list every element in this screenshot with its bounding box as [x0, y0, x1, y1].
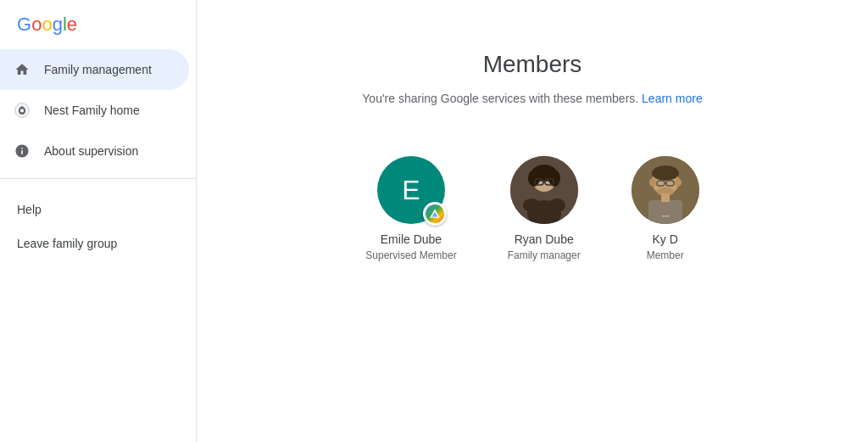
subtitle-text: You're sharing Google services with thes…	[362, 92, 638, 105]
nest-family-home-label: Nest Family home	[44, 104, 140, 117]
sidebar-divider	[0, 178, 196, 179]
logo-o2: o	[42, 14, 52, 36]
logo-g: G	[17, 14, 31, 36]
sidebar: Google Family management Nest Family hom…	[0, 0, 197, 442]
members-title: Members	[483, 51, 582, 78]
info-icon	[14, 143, 31, 159]
sidebar-bottom: Help Leave family group	[0, 186, 196, 267]
nest-icon	[14, 102, 31, 119]
leave-family-group-link[interactable]: Leave family group	[0, 227, 196, 260]
sidebar-item-nest-family-home[interactable]: Nest Family home	[0, 90, 189, 131]
svg-rect-25	[661, 193, 670, 202]
svg-rect-16	[648, 200, 682, 224]
ryan-name: Ryan Dube	[515, 232, 574, 246]
members-grid: E Emile Dube Supervised Member	[365, 156, 698, 261]
logo-g2: g	[53, 14, 63, 36]
emile-initials: E	[402, 175, 420, 206]
svg-point-19	[649, 178, 656, 187]
emile-nest-badge	[423, 202, 447, 226]
logo-e: e	[67, 14, 77, 36]
about-supervision-label: About supervision	[44, 144, 138, 158]
google-logo-container: Google	[0, 0, 196, 46]
ky-avatar-container: ●●●	[632, 156, 699, 224]
member-card-ryan: Ryan Dube Family manager	[508, 156, 581, 261]
svg-point-7	[528, 170, 540, 187]
svg-point-8	[548, 170, 560, 187]
ryan-avatar-container	[510, 156, 578, 224]
main-content: Members You're sharing Google services w…	[197, 0, 868, 442]
learn-more-link[interactable]: Learn more	[642, 92, 703, 105]
help-label: Help	[17, 203, 42, 216]
svg-point-18	[652, 165, 679, 181]
help-link[interactable]: Help	[0, 193, 196, 227]
sidebar-nav: Family management Nest Family home About…	[0, 49, 196, 171]
svg-text:●●●: ●●●	[661, 213, 669, 218]
ky-name: Ky D	[653, 232, 678, 246]
ryan-photo-svg	[510, 156, 578, 224]
google-logo: Google	[17, 14, 77, 36]
ryan-avatar	[510, 156, 578, 224]
svg-point-1	[20, 109, 24, 112]
member-card-ky: ●●● Ky D Member	[632, 156, 699, 261]
emile-avatar-container: E	[377, 156, 445, 224]
leave-family-group-label: Leave family group	[17, 237, 117, 250]
emile-role: Supervised Member	[365, 249, 456, 261]
sidebar-item-about-supervision[interactable]: About supervision	[0, 131, 189, 171]
members-subtitle: You're sharing Google services with thes…	[362, 92, 702, 105]
sidebar-item-family-management[interactable]: Family management	[0, 49, 189, 90]
ky-role: Member	[647, 249, 684, 261]
svg-point-20	[675, 178, 682, 187]
emile-name: Emile Dube	[381, 232, 442, 246]
ryan-role: Family manager	[508, 249, 581, 261]
logo-o1: o	[31, 14, 42, 36]
home-icon	[14, 61, 31, 78]
family-management-label: Family management	[44, 63, 152, 76]
member-card-emile: E Emile Dube Supervised Member	[365, 156, 456, 261]
nest-badge-icon	[426, 204, 444, 223]
ky-avatar: ●●●	[632, 156, 699, 224]
svg-point-13	[523, 199, 540, 212]
ky-photo-svg: ●●●	[632, 156, 699, 224]
svg-point-14	[548, 199, 565, 212]
